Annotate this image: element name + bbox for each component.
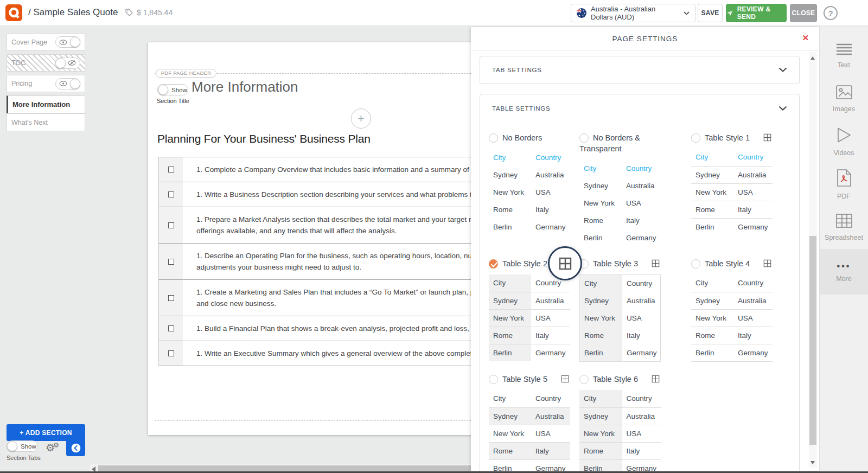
sidebar-tool-pdf[interactable]: PDF	[820, 163, 868, 206]
table-style-option-3[interactable]: Table Style 1 CityCountrySydneyAustralia…	[691, 132, 790, 246]
table-style-option-2[interactable]: No Borders & TransparentCityCountrySydne…	[579, 132, 691, 246]
mini-table-cell: New York	[579, 425, 622, 442]
checkbox[interactable]	[168, 222, 174, 228]
sidebar-tool-spreadsheet[interactable]: Spreadsheet	[820, 206, 868, 249]
content-blocks-sidebar: TextImagesVideosPDFSpreadsheet•••More	[819, 27, 868, 473]
radio-unselected[interactable]	[489, 133, 498, 143]
panel-title: PAGE SETTINGS	[612, 35, 678, 43]
radio-unselected[interactable]	[691, 133, 700, 143]
sidebar-item-what-s-next[interactable]: What's Next	[7, 113, 85, 131]
radio-unselected[interactable]	[489, 375, 498, 384]
checklist-text[interactable]: 1. Create a Marketing and Sales Plan tha…	[183, 280, 495, 316]
app-logo[interactable]	[5, 4, 22, 21]
table-style-option-5[interactable]: Table Style 3 CityCountrySydneyAustralia…	[579, 258, 691, 362]
mini-table-cell: Italy	[531, 201, 570, 218]
chevron-down-icon	[778, 67, 787, 73]
currency-selector[interactable]: Australia - Australian Dollars (AUD)	[571, 4, 695, 22]
sidebar-item-cover-page[interactable]: Cover Page	[7, 34, 85, 50]
images-icon	[836, 85, 852, 101]
panel-header: PAGE SETTINGS ✕	[471, 27, 819, 50]
review-send-button[interactable]: REVIEW & SEND	[726, 4, 787, 22]
mini-table-cell: Berlin	[579, 229, 622, 246]
scroll-down-arrow[interactable]	[810, 461, 815, 464]
mini-table-cell: Germany	[733, 344, 773, 361]
sidebar-tool-images[interactable]: Images	[820, 78, 868, 120]
checklist-text[interactable]: 1. Write an Executive Summary which give…	[183, 341, 495, 366]
mini-table-cell: Italy	[733, 201, 773, 218]
mini-table-cell: Australia	[733, 292, 773, 309]
mini-table-cell: Sydney	[691, 292, 733, 309]
table-style-option-6[interactable]: Table Style 4 CityCountrySydneyAustralia…	[691, 258, 790, 362]
paper-plane-icon	[726, 9, 733, 17]
checkbox[interactable]	[168, 191, 174, 197]
section-title-text[interactable]: More Information	[192, 79, 298, 95]
panel-scrollbar[interactable]	[809, 52, 817, 468]
mini-table-cell: Berlin	[489, 344, 531, 361]
sidebar-item-pricing[interactable]: Pricing	[7, 75, 85, 92]
add-block-button[interactable]: +	[351, 108, 371, 129]
mini-table-cell: Australia	[622, 177, 661, 194]
close-panel-icon[interactable]: ✕	[802, 33, 809, 43]
sidebar-item-toc[interactable]: TOC	[7, 54, 85, 72]
mini-table-cell: Berlin	[691, 344, 733, 361]
radio-unselected[interactable]	[691, 259, 700, 269]
collapse-sidebar-button[interactable]	[66, 439, 85, 456]
checklist-text[interactable]: 1. Complete a Company Overview that incl…	[183, 157, 495, 182]
page-heading[interactable]: Planning For Your Business' Business Pla…	[157, 132, 371, 145]
save-button[interactable]: SAVE	[698, 4, 723, 22]
tab-settings-header[interactable]: TAB SETTINGS	[480, 56, 799, 84]
sidebar-tool-more[interactable]: •••More	[820, 249, 868, 295]
table-style-option-8[interactable]: Table Style 6 CityCountrySydneyAustralia…	[579, 374, 691, 471]
tab-settings-card: TAB SETTINGS	[480, 56, 800, 84]
checkbox[interactable]	[168, 167, 174, 172]
mini-table-cell: Rome	[691, 327, 733, 344]
radio-selected[interactable]	[489, 259, 498, 269]
visibility-toggle[interactable]	[55, 78, 80, 90]
checklist-text[interactable]: 1. Build a Financial Plan that shows a b…	[183, 316, 495, 341]
close-button[interactable]: CLOSE	[790, 4, 817, 22]
mini-table-cell: Rome	[489, 201, 531, 218]
table-style-option-1[interactable]: No BordersCityCountrySydneyAustraliaNew …	[489, 132, 579, 246]
checkbox-cell	[159, 207, 183, 243]
checkbox[interactable]	[168, 259, 174, 265]
checkbox[interactable]	[168, 325, 174, 331]
checkbox[interactable]	[168, 350, 174, 356]
sidebar-tool-videos[interactable]: Videos	[820, 120, 868, 163]
panel-scroll-thumb[interactable]	[809, 236, 816, 445]
section-tabs-toggle[interactable]: Show	[7, 440, 38, 452]
mini-table-cell: Rome	[489, 327, 531, 344]
table-settings-header[interactable]: TABLE SETTINGS	[480, 94, 799, 123]
sidebar-item-more-information[interactable]: More Information	[7, 95, 85, 113]
help-button[interactable]: ?	[824, 6, 838, 20]
mini-table-cell: Country	[531, 149, 570, 166]
toggle-knob	[70, 79, 80, 89]
checklist-text[interactable]: 1. Prepare a Market Analysis section tha…	[183, 207, 495, 243]
mini-table-cell: City	[579, 159, 622, 177]
mini-table-cell: Rome	[691, 201, 733, 218]
checklist-text[interactable]: 1. Write a Business Description section …	[183, 182, 495, 207]
checkbox-cell	[159, 244, 183, 279]
radio-unselected[interactable]	[579, 133, 589, 143]
table-style-name: Table Style 4	[705, 259, 750, 268]
page-settings-panel: PAGE SETTINGS ✕ TAB SETTINGS TABLE SETTI…	[471, 27, 819, 471]
mini-table-cell: Italy	[531, 442, 570, 459]
add-section-button[interactable]: + ADD SECTION	[7, 424, 85, 441]
toggle-knob	[158, 85, 168, 95]
checklist-text[interactable]: 1. Describe an Operating Plan for the bu…	[183, 244, 495, 279]
mini-table-cell: USA	[531, 425, 570, 442]
table-style-option-7[interactable]: Table Style 5 CityCountrySydneyAustralia…	[489, 374, 579, 471]
checkbox[interactable]	[168, 295, 174, 301]
mini-table-preview: CityCountrySydneyAustraliaNew YorkUSARom…	[579, 274, 661, 362]
mini-table-cell: City	[691, 149, 733, 166]
visibility-toggle[interactable]	[55, 36, 80, 48]
section-title-show-toggle[interactable]: Show	[157, 84, 188, 95]
radio-unselected[interactable]	[579, 375, 589, 384]
mini-table-cell: Germany	[531, 459, 570, 471]
settings-gear-icon[interactable]: ⚙⚙	[46, 442, 59, 453]
sidebar-tool-text[interactable]: Text	[820, 35, 868, 78]
chevron-down-icon	[684, 11, 690, 15]
mini-table-preview: CityCountrySydneyAustraliaNew YorkUSARom…	[489, 149, 570, 235]
document-title[interactable]: / Sample Sales Quote	[28, 7, 118, 18]
scroll-up-arrow[interactable]	[810, 56, 815, 60]
visibility-toggle[interactable]	[55, 57, 80, 69]
